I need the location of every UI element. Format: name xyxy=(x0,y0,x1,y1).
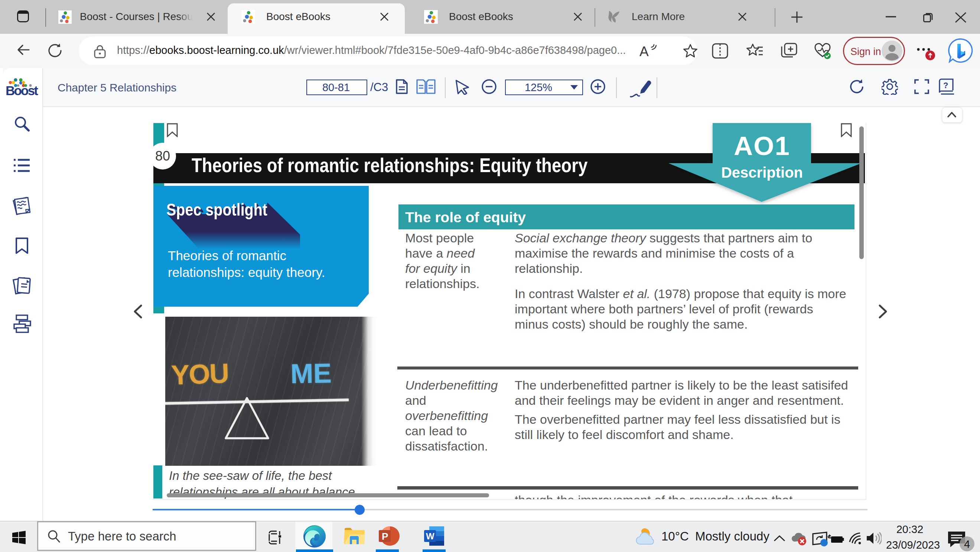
svg-text:P: P xyxy=(382,531,388,542)
svg-text:W: W xyxy=(426,531,434,541)
svg-text:?: ? xyxy=(943,81,948,90)
svg-text:Boost: Boost xyxy=(6,83,38,98)
svg-text:A: A xyxy=(640,44,649,59)
